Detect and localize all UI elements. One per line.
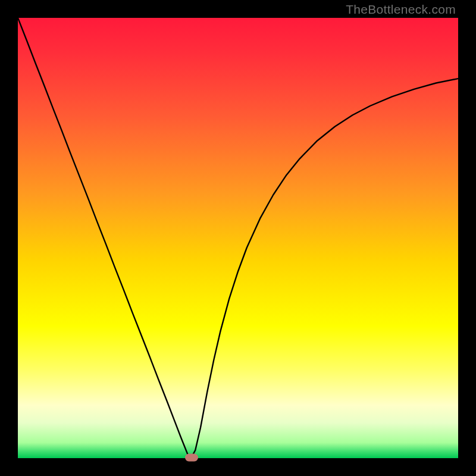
gradient-background	[18, 18, 458, 458]
plot-frame	[18, 18, 458, 458]
watermark-text: TheBottleneck.com	[346, 2, 456, 17]
optimum-marker	[185, 453, 198, 461]
chart-svg	[18, 18, 458, 458]
